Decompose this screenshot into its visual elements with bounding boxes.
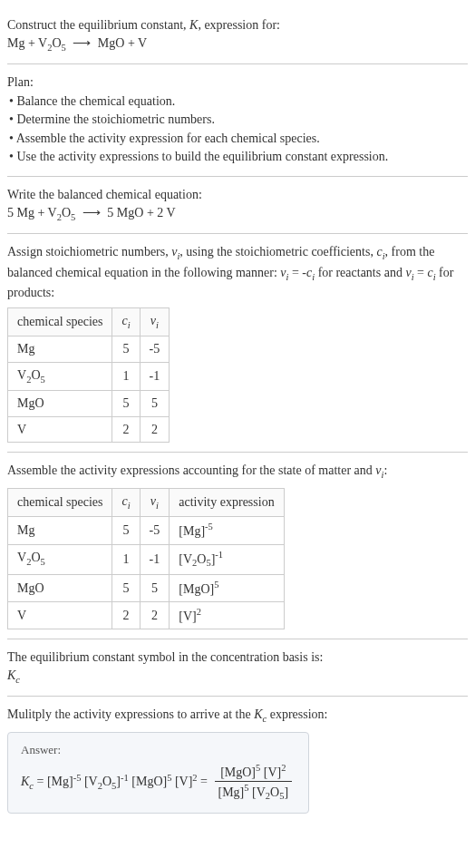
table-cell: [V2O5]-1 [170, 544, 284, 574]
symbol-intro: The equilibrium constant symbol in the c… [7, 649, 468, 667]
plan-item: • Assemble the activity expression for e… [7, 130, 468, 148]
symbol: Kc [7, 667, 468, 687]
table-cell: [MgO]5 [170, 574, 284, 601]
table-row: V2O5 1 -1 [V2O5]-1 [8, 544, 285, 574]
section-stoich: Assign stoichiometric numbers, νi, using… [7, 234, 468, 453]
plan-item: • Determine the stoichiometric numbers. [7, 111, 468, 129]
stoich-table: chemical species ci νi Mg 5 -5 V2O5 1 -1… [7, 307, 170, 444]
table-header: νi [140, 488, 170, 516]
table-cell: MgO [8, 574, 112, 601]
table-row: V 2 2 [8, 416, 170, 443]
table-cell: -1 [140, 544, 170, 574]
table-row: V 2 2 [V]2 [8, 602, 285, 629]
table-cell: Mg [8, 336, 112, 363]
table-cell: 2 [112, 416, 140, 443]
balanced-equation: 5 Mg + V2O5 ⟶ 5 MgO + 2 V [7, 204, 468, 224]
multiply-intro: Mulitply the activity expressions to arr… [7, 706, 468, 726]
activity-table: chemical species ci νi activity expressi… [7, 488, 285, 629]
table-header: chemical species [8, 488, 112, 516]
table-header: ci [112, 307, 140, 336]
table-cell: 5 [112, 574, 140, 601]
table-row: Mg 5 -5 [Mg]-5 [8, 517, 285, 544]
table-cell: 5 [112, 517, 140, 544]
table-cell: -5 [140, 336, 170, 363]
section-activity: Assemble the activity expressions accoun… [7, 453, 468, 639]
table-cell: MgO [8, 391, 112, 417]
table-header: activity expression [170, 488, 284, 516]
table-cell: 5 [140, 391, 170, 417]
plan-item: • Balance the chemical equation. [7, 93, 468, 111]
table-cell: V [8, 602, 112, 629]
table-header: ci [112, 488, 140, 516]
section-symbol: The equilibrium constant symbol in the c… [7, 639, 468, 697]
answer-formula: Kc = [Mg]-5 [V2O5]-1 [MgO]5 [V]2 = [MgO]… [21, 762, 296, 804]
intro-line1: Construct the equilibrium constant, K, e… [7, 16, 468, 34]
plan-item: • Use the activity expressions to build … [7, 148, 468, 166]
plan-heading: Plan: [7, 73, 468, 92]
section-balanced: Write the balanced chemical equation: 5 … [7, 177, 468, 234]
table-cell: 2 [112, 602, 140, 629]
table-cell: 1 [112, 362, 140, 390]
table-cell: V [8, 416, 112, 443]
section-plan: Plan: • Balance the chemical equation. •… [7, 64, 468, 177]
answer-box: Answer: Kc = [Mg]-5 [V2O5]-1 [MgO]5 [V]2… [7, 732, 309, 814]
table-cell: 2 [140, 416, 170, 443]
table-cell: V2O5 [8, 544, 112, 574]
table-header: νi [140, 307, 170, 336]
activity-intro: Assemble the activity expressions accoun… [7, 462, 468, 482]
table-cell: -5 [140, 517, 170, 544]
intro-equation: Mg + V2O5 ⟶ MgO + V [7, 34, 468, 54]
table-cell: Mg [8, 517, 112, 544]
table-cell: 5 [112, 391, 140, 417]
table-cell: 5 [112, 336, 140, 363]
section-multiply: Mulitply the activity expressions to arr… [7, 697, 468, 823]
stoich-intro: Assign stoichiometric numbers, νi, using… [7, 243, 468, 302]
table-row: MgO 5 5 [MgO]5 [8, 574, 285, 601]
table-cell: 2 [140, 602, 170, 629]
table-cell: -1 [140, 362, 170, 390]
table-cell: [V]2 [170, 602, 284, 629]
table-cell: V2O5 [8, 362, 112, 390]
table-row: MgO 5 5 [8, 391, 170, 417]
table-cell: 1 [112, 544, 140, 574]
section-intro: Construct the equilibrium constant, K, e… [7, 7, 468, 64]
table-row: V2O5 1 -1 [8, 362, 170, 390]
table-cell: [Mg]-5 [170, 517, 284, 544]
table-cell: 5 [140, 574, 170, 601]
table-row: Mg 5 -5 [8, 336, 170, 363]
table-header: chemical species [8, 307, 112, 336]
answer-label: Answer: [21, 742, 296, 758]
balanced-heading: Write the balanced chemical equation: [7, 186, 468, 204]
